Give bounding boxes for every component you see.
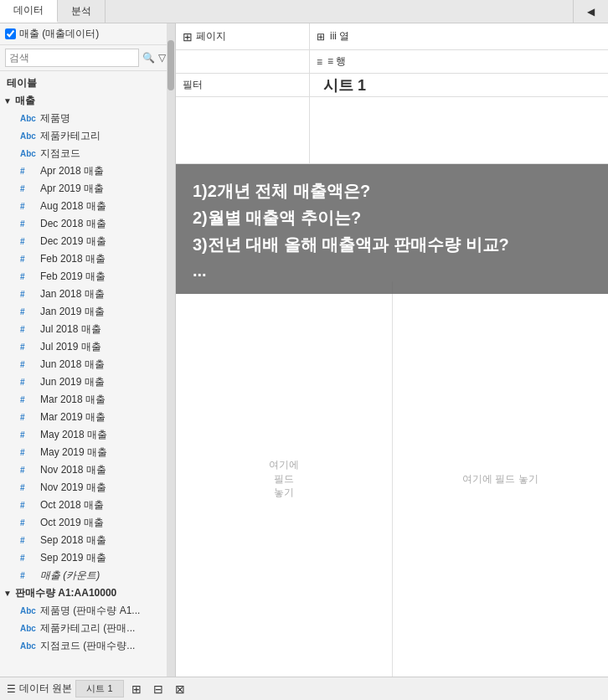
content-area: ⊞ 페이지 ⊞ iii 열 ≡ ≡ 행 필터 시트 1 [176, 23, 608, 677]
tree-item-sales-1[interactable]: Abc제품카테고리 [0, 127, 175, 145]
tree-item-sales-18[interactable]: #May 2018 매출 [0, 426, 175, 444]
tab-data[interactable]: 데이터 [0, 0, 58, 23]
data-source-icon: ☰ [7, 683, 16, 695]
tree-item-label-sales-21: Nov 2019 매출 [40, 481, 106, 495]
tree-item-label-qty-0: 제품명 (판매수량 A1... [40, 604, 140, 618]
tree-item-sales-24[interactable]: #Sep 2018 매출 [0, 532, 175, 549]
tree-item-label-sales-3: Apr 2018 매출 [40, 164, 104, 178]
filter-label: 필터 [176, 74, 310, 96]
tree-item-label-sales-0: 제품명 [40, 111, 70, 126]
tab-analysis-label: 분석 [71, 4, 91, 18]
tree-item-sales-12[interactable]: #Jul 2018 매출 [0, 321, 175, 338]
tree-item-sales-19[interactable]: #May 2019 매출 [0, 444, 175, 461]
overlay-box: 1)2개년 전체 매출액은? 2)월별 매출액 추이는? 3)전년 대배 올해 … [176, 164, 608, 294]
tree-item-sales-0[interactable]: Abc제품명 [0, 110, 175, 127]
tree-item-sales-7[interactable]: #Dec 2019 매출 [0, 233, 175, 250]
tree-item-sales-26[interactable]: #매출 (카운트) [0, 567, 175, 584]
tree-item-sales-25[interactable]: #Sep 2019 매출 [0, 549, 175, 567]
tree-item-label-sales-17: Mar 2019 매출 [40, 410, 106, 425]
col-icon: ⊞ [317, 31, 325, 43]
data-source-checkbox[interactable] [5, 28, 16, 39]
tree-item-label-sales-25: Sep 2019 매출 [40, 551, 106, 565]
page-label: 페이지 [196, 29, 226, 44]
tree-item-qty-2[interactable]: Abc지점코드 (판매수량... [0, 637, 175, 655]
status-icon-2[interactable]: ⊟ [149, 680, 167, 698]
tree-item-sales-16[interactable]: #Mar 2018 매출 [0, 391, 175, 409]
status-icon-3[interactable]: ⊠ [171, 680, 189, 698]
status-icon-1[interactable]: ⊞ [127, 680, 146, 698]
tree-group-header-sales[interactable]: ▼ 매출 [0, 92, 175, 110]
filter-left-zone[interactable] [176, 97, 310, 163]
tree-item-label-sales-22: Oct 2018 매출 [40, 498, 104, 512]
tree-item-sales-15[interactable]: #Jun 2019 매출 [0, 373, 175, 391]
sidebar-checkbox-label[interactable]: 매출 (매출데이터) [5, 27, 99, 41]
col-section: ⊞ iii 열 [310, 23, 608, 49]
tree-group-header-qty[interactable]: ▼ 판매수량 A1:AA10000 [0, 584, 175, 602]
search-icon[interactable]: 🔍 [142, 49, 155, 66]
tree-item-sales-6[interactable]: #Dec 2018 매출 [0, 215, 175, 233]
tree-item-sales-11[interactable]: #Jan 2019 매출 [0, 303, 175, 321]
sheet1-tab[interactable]: 시트 1 [75, 680, 123, 697]
top-tabs: 데이터 분석 ◀ [0, 0, 608, 23]
filter-right-zone[interactable] [310, 97, 608, 163]
page-icon: ⊞ [183, 30, 193, 44]
tree-item-sales-22[interactable]: #Oct 2018 매출 [0, 497, 175, 514]
tree-item-sales-8[interactable]: #Feb 2018 매출 [0, 250, 175, 268]
overlay-dots: ... [193, 261, 591, 281]
tab-analysis[interactable]: 분석 [58, 0, 106, 23]
drop-zone-center[interactable]: 여기에 필드 놓기 [176, 281, 393, 677]
tree-item-label-sales-7: Dec 2019 매출 [40, 234, 106, 249]
collapse-button[interactable]: ◀ [573, 0, 608, 23]
expand-arrow-sales: ▼ [3, 96, 12, 106]
tree-item-sales-9[interactable]: #Feb 2019 매출 [0, 268, 175, 286]
tree-item-sales-14[interactable]: #Jun 2018 매출 [0, 356, 175, 373]
tree-item-sales-17[interactable]: #Mar 2019 매출 [0, 409, 175, 426]
tables-label: 테이블 [0, 71, 175, 92]
group-label-sales: 매출 [15, 94, 35, 108]
row-label: ≡ 행 [327, 54, 346, 69]
page-section: ⊞ 페이지 [176, 23, 310, 49]
search-input[interactable] [5, 49, 139, 67]
tree-item-label-sales-5: Aug 2018 매출 [40, 199, 106, 214]
tree-item-sales-20[interactable]: #Nov 2018 매출 [0, 461, 175, 479]
drop-zone-right[interactable]: 여기에 필드 놓기 [393, 281, 609, 677]
tree-item-label-sales-9: Feb 2019 매출 [40, 270, 106, 284]
tree-item-sales-23[interactable]: #Oct 2019 매출 [0, 514, 175, 532]
tree-item-label-qty-1: 제품카테고리 (판매... [40, 621, 135, 636]
tree-item-label-qty-2: 지점코드 (판매수량... [40, 639, 135, 653]
sidebar: 매출 (매출데이터) 🔍 ▽ ≡ 테이블 ▼ 매출 Abc제품명Abc제품카테고… [0, 23, 176, 677]
tree-item-sales-2[interactable]: Abc지점코드 [0, 145, 175, 162]
tree-item-sales-3[interactable]: #Apr 2018 매출 [0, 162, 175, 180]
tree-item-label-sales-12: Jul 2018 매출 [40, 322, 101, 337]
tree-item-label-sales-15: Jun 2019 매출 [40, 375, 105, 389]
tab-data-label: 데이터 [13, 3, 44, 18]
tree-item-label-sales-18: May 2018 매출 [40, 428, 107, 442]
tree-item-qty-0[interactable]: Abc제품명 (판매수량 A1... [0, 602, 175, 620]
tree-group-qty: ▼ 판매수량 A1:AA10000 Abc제품명 (판매수량 A1...Abc제… [0, 584, 175, 655]
tree-item-qty-1[interactable]: Abc제품카테고리 (판매... [0, 620, 175, 637]
tree-item-label-sales-1: 제품카테고리 [40, 129, 100, 143]
tree-item-sales-10[interactable]: #Jan 2018 매출 [0, 286, 175, 303]
tree-item-label-sales-23: Oct 2019 매출 [40, 516, 104, 530]
tree-item-label-sales-10: Jan 2018 매출 [40, 287, 105, 301]
page-drop-zone[interactable] [176, 50, 310, 73]
collapse-icon: ◀ [587, 6, 595, 18]
tree-item-sales-4[interactable]: #Apr 2019 매출 [0, 180, 175, 198]
tree-item-label-sales-19: May 2019 매출 [40, 445, 107, 460]
group-label-qty: 판매수량 A1:AA10000 [15, 586, 116, 600]
tree-item-sales-5[interactable]: #Aug 2018 매출 [0, 198, 175, 215]
data-source-name: 매출 (매출데이터) [19, 27, 99, 41]
col-label: iii 열 [330, 29, 349, 44]
filter-icon[interactable]: ▽ [158, 49, 166, 66]
tree-item-label-sales-14: Jun 2018 매출 [40, 358, 105, 372]
tree-item-label-sales-11: Jan 2019 매출 [40, 305, 105, 319]
tree-item-label-sales-13: Jul 2019 매출 [40, 340, 101, 354]
tree-group-sales: ▼ 매출 Abc제품명Abc제품카테고리Abc지점코드#Apr 2018 매출#… [0, 92, 175, 584]
overlay-line1: 1)2개년 전체 매출액은? [193, 178, 591, 204]
tree-item-label-sales-16: Mar 2018 매출 [40, 393, 106, 407]
sheet-name: 시트 1 [323, 75, 366, 95]
tree-item-sales-13[interactable]: #Jul 2019 매출 [0, 338, 175, 356]
view-area: 1)2개년 전체 매출액은? 2)월별 매출액 추이는? 3)전년 대배 올해 … [176, 164, 608, 677]
tree-item-sales-21[interactable]: #Nov 2019 매출 [0, 479, 175, 497]
sidebar-header: 매출 (매출데이터) [0, 23, 175, 45]
